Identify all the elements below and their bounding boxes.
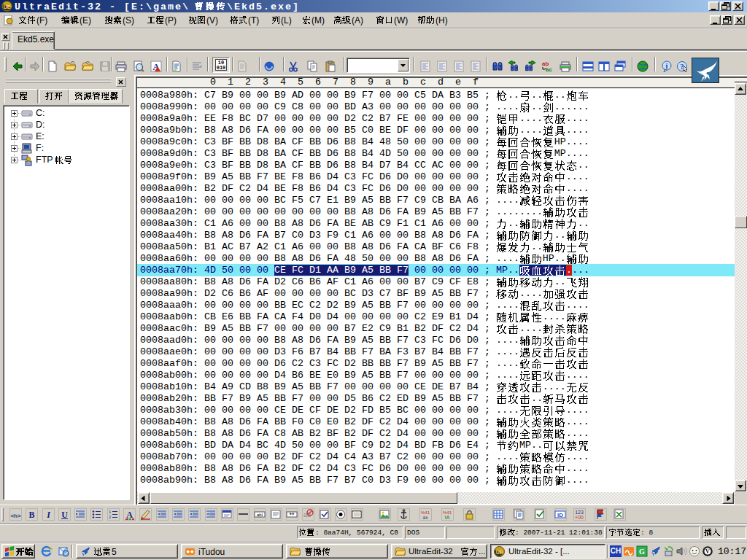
svg-text:&lt: &lt [422,516,427,520]
svg-text:010: 010 [217,65,226,71]
svg-text:%41: %41 [421,510,430,515]
svg-text:UE: UE [4,4,11,9]
svg-text:i: i [666,62,668,70]
svg-text:<h>: <h> [10,513,21,519]
svg-text:B: B [28,510,34,520]
svg-text:**: ** [289,511,295,518]
svg-text:ac: ac [546,66,552,72]
svg-text:UE: UE [496,550,503,555]
svg-text:1: 1 [109,510,112,514]
svg-text:123: 123 [575,510,584,515]
svg-text:2: 2 [109,515,112,519]
svg-text:ID: ID [557,512,563,518]
svg-text:V: V [705,548,710,555]
svg-text:?: ? [680,62,684,71]
svg-text:tA: tA [445,515,450,520]
svg-text:I: I [46,510,51,520]
svg-text:U: U [61,510,68,520]
svg-text:G: G [639,548,645,556]
svg-text:abl: abl [257,513,263,517]
svg-text:A: A [126,510,133,520]
svg-text:+00: +00 [575,515,584,520]
